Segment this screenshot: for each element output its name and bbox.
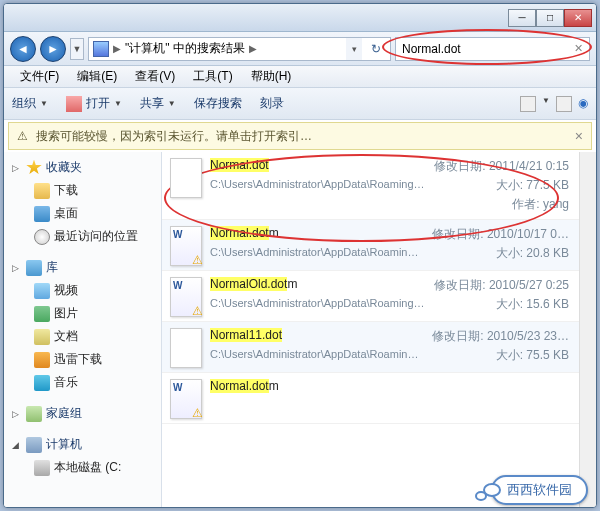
ic-computer-icon xyxy=(26,437,42,453)
ic-drive-icon xyxy=(34,460,50,476)
vertical-scrollbar[interactable] xyxy=(579,152,596,507)
file-icon xyxy=(170,328,202,368)
expand-icon: ▷ xyxy=(12,409,22,419)
help-icon[interactable]: ◉ xyxy=(578,96,588,112)
sidebar-group-label: 计算机 xyxy=(46,436,82,453)
warning-icon: ⚠ xyxy=(17,129,28,143)
ic-thunder-icon xyxy=(34,352,50,368)
open-icon xyxy=(66,96,82,112)
file-name: Normal.dotm xyxy=(210,379,561,393)
share-button[interactable]: 共享 ▼ xyxy=(140,95,176,112)
sidebar-item[interactable]: 本地磁盘 (C: xyxy=(4,456,161,479)
sidebar-item[interactable]: 下载 xyxy=(4,179,161,202)
expand-icon: ▷ xyxy=(12,163,22,173)
nav-bar: ◄ ► ▼ ▶ "计算机" 中的搜索结果 ▶ ▾ ↻ ✕ xyxy=(4,32,596,66)
sidebar-item[interactable]: 桌面 xyxy=(4,202,161,225)
ic-pic-icon xyxy=(34,306,50,322)
file-name: Normal.dotm xyxy=(210,226,424,240)
chevron-right-icon: ▶ xyxy=(113,43,121,54)
file-row[interactable]: Normal.dot C:\Users\Administrator\AppDat… xyxy=(162,152,579,220)
file-meta: 修改日期: 2011/4/21 0:15大小: 77.5 KB作者: yang xyxy=(434,158,569,215)
info-bar: ⚠ 搜索可能较慢，因为索引未运行。请单击打开索引… × xyxy=(8,122,592,150)
view-dropdown[interactable]: ▼ xyxy=(542,96,550,112)
file-path: C:\Users\Administrator\AppData\Roaming\M… xyxy=(210,348,424,360)
sidebar-group-label: 家庭组 xyxy=(46,405,82,422)
sidebar-group-label: 库 xyxy=(46,259,58,276)
sidebar-item[interactable]: 图片 xyxy=(4,302,161,325)
open-button[interactable]: 打开 ▼ xyxy=(66,95,122,112)
burn-button[interactable]: 刻录 xyxy=(260,95,284,112)
maximize-button[interactable]: □ xyxy=(536,9,564,27)
clear-search-icon[interactable]: ✕ xyxy=(574,42,583,55)
address-dropdown[interactable]: ▾ xyxy=(346,38,362,60)
organize-button[interactable]: 组织 ▼ xyxy=(12,95,48,112)
sidebar-item[interactable]: 最近访问的位置 xyxy=(4,225,161,248)
chevron-right-icon: ▶ xyxy=(249,43,257,54)
sidebar-item[interactable]: 视频 xyxy=(4,279,161,302)
sidebar-group-header[interactable]: ▷库 xyxy=(4,256,161,279)
file-name: NormalOld.dotm xyxy=(210,277,426,291)
menu-bar: 文件(F) 编辑(E) 查看(V) 工具(T) 帮助(H) xyxy=(4,66,596,88)
file-meta: 修改日期: 2010/5/23 23…大小: 75.5 KB xyxy=(432,328,569,368)
close-button[interactable]: ✕ xyxy=(564,9,592,27)
file-icon xyxy=(170,379,202,419)
preview-pane-icon[interactable] xyxy=(556,96,572,112)
sidebar-item[interactable]: 文档 xyxy=(4,325,161,348)
file-row[interactable]: Normal11.dot C:\Users\Administrator\AppD… xyxy=(162,322,579,373)
sidebar-item[interactable]: 音乐 xyxy=(4,371,161,394)
ic-home-icon xyxy=(26,406,42,422)
menu-file[interactable]: 文件(F) xyxy=(12,66,67,87)
file-row[interactable]: Normal.dotm xyxy=(162,373,579,424)
minimize-button[interactable]: ─ xyxy=(508,9,536,27)
view-icon[interactable] xyxy=(520,96,536,112)
sidebar-item-label: 最近访问的位置 xyxy=(54,228,138,245)
file-name: Normal.dot xyxy=(210,158,426,172)
expand-icon: ◢ xyxy=(12,440,22,450)
sidebar-item-label: 音乐 xyxy=(54,374,78,391)
sidebar-item-label: 桌面 xyxy=(54,205,78,222)
ic-lib-icon xyxy=(26,260,42,276)
sidebar-item-label: 视频 xyxy=(54,282,78,299)
toolbar: 组织 ▼ 打开 ▼ 共享 ▼ 保存搜索 刻录 ▼ ◉ xyxy=(4,88,596,120)
content-area: ▷收藏夹下载桌面最近访问的位置▷库视频图片文档迅雷下载音乐▷家庭组◢计算机本地磁… xyxy=(4,152,596,507)
ic-folder-icon xyxy=(34,183,50,199)
menu-tools[interactable]: 工具(T) xyxy=(185,66,240,87)
file-row[interactable]: Normal.dotm C:\Users\Administrator\AppDa… xyxy=(162,220,579,271)
sidebar-item[interactable]: 迅雷下载 xyxy=(4,348,161,371)
sidebar-group-header[interactable]: ▷家庭组 xyxy=(4,402,161,425)
results-list: Normal.dot C:\Users\Administrator\AppDat… xyxy=(162,152,579,507)
search-input[interactable] xyxy=(402,42,574,56)
file-meta: 修改日期: 2010/10/17 0…大小: 20.8 KB xyxy=(432,226,569,266)
file-icon xyxy=(170,226,202,266)
address-segment[interactable]: "计算机" 中的搜索结果 xyxy=(125,40,245,57)
refresh-icon[interactable]: ↻ xyxy=(366,42,386,56)
menu-view[interactable]: 查看(V) xyxy=(127,66,183,87)
file-path: C:\Users\Administrator\AppData\Roaming\M… xyxy=(210,246,424,258)
sidebar-group-header[interactable]: ▷收藏夹 xyxy=(4,156,161,179)
file-path: C:\Users\Administrator\AppData\Roaming\M… xyxy=(210,297,426,309)
watermark-bubble: 西西软件园 xyxy=(491,475,588,505)
menu-help[interactable]: 帮助(H) xyxy=(243,66,300,87)
file-row[interactable]: NormalOld.dotm C:\Users\Administrator\Ap… xyxy=(162,271,579,322)
forward-button[interactable]: ► xyxy=(40,36,66,62)
location-icon xyxy=(93,41,109,57)
ic-clock-icon xyxy=(34,229,50,245)
file-meta: 修改日期: 2010/5/27 0:25大小: 15.6 KB xyxy=(434,277,569,317)
history-dropdown[interactable]: ▼ xyxy=(70,38,84,60)
back-button[interactable]: ◄ xyxy=(10,36,36,62)
sidebar-item-label: 迅雷下载 xyxy=(54,351,102,368)
dismiss-info-icon[interactable]: × xyxy=(575,128,583,144)
file-icon xyxy=(170,277,202,317)
file-icon xyxy=(170,158,202,198)
ic-music-icon xyxy=(34,375,50,391)
sidebar-item-label: 下载 xyxy=(54,182,78,199)
menu-edit[interactable]: 编辑(E) xyxy=(69,66,125,87)
sidebar-group-label: 收藏夹 xyxy=(46,159,82,176)
save-search-button[interactable]: 保存搜索 xyxy=(194,95,242,112)
address-bar[interactable]: ▶ "计算机" 中的搜索结果 ▶ ▾ ↻ xyxy=(88,37,391,61)
search-box[interactable]: ✕ xyxy=(395,37,590,61)
sidebar-group-header[interactable]: ◢计算机 xyxy=(4,433,161,456)
navigation-pane: ▷收藏夹下载桌面最近访问的位置▷库视频图片文档迅雷下载音乐▷家庭组◢计算机本地磁… xyxy=(4,152,162,507)
ic-video-icon xyxy=(34,283,50,299)
file-path: C:\Users\Administrator\AppData\Roaming\M… xyxy=(210,178,426,190)
